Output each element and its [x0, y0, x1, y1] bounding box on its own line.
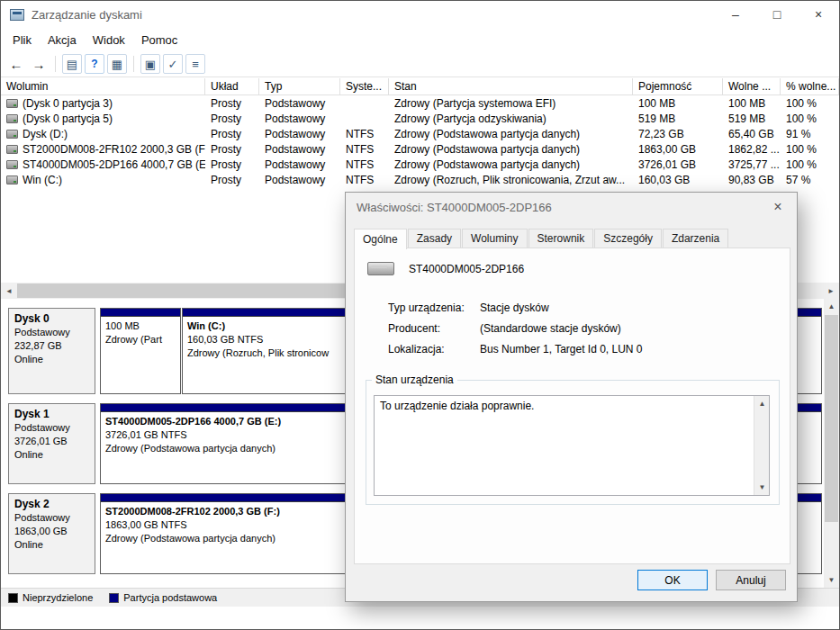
properties-list-icon[interactable]: ≡	[185, 54, 205, 74]
disk-info-dysk0[interactable]: Dysk 0 Podstawowy 232,87 GB Online	[8, 308, 95, 394]
forward-icon[interactable]: →	[29, 54, 49, 74]
disk-size: 1863,00 GB	[14, 525, 89, 538]
primary-partition-swatch	[109, 593, 119, 603]
scroll-down-icon[interactable]: ▼	[824, 572, 839, 588]
properties-dialog: Właściwości: ST4000DM005-2DP166 × Ogólne…	[345, 192, 798, 602]
menu-item-pomoc[interactable]: Pomoc	[133, 30, 185, 50]
row-fs: NTFS	[340, 158, 389, 171]
scroll-up-icon[interactable]: ▲	[824, 299, 839, 314]
device-status-text: To urządzenie działa poprawnie.	[380, 400, 747, 412]
col-header-pojemnosc[interactable]: Pojemność	[633, 78, 723, 94]
scroll-right-icon[interactable]: ►	[823, 283, 839, 299]
tab-woluminy[interactable]: Woluminy	[462, 229, 527, 248]
partition-block[interactable]: 100 MB Zdrowy (Part	[100, 308, 181, 394]
row-layout: Prosty	[205, 158, 259, 171]
table-row[interactable]: (Dysk 0 partycja 3) Prosty Podstawowy Zd…	[1, 95, 839, 111]
dialog-close-icon[interactable]: ×	[759, 193, 797, 221]
tab-sterownik[interactable]: Sterownik	[528, 229, 594, 248]
row-layout: Prosty	[205, 143, 259, 156]
row-type: Podstawowy	[259, 158, 340, 171]
row-fs: NTFS	[340, 143, 389, 156]
maximize-button[interactable]: □	[756, 1, 798, 28]
col-header-uklad[interactable]: Układ	[205, 78, 259, 94]
close-button[interactable]: ×	[798, 1, 839, 28]
help-icon[interactable]: ?	[85, 54, 104, 74]
row-capacity: 519 MB	[633, 112, 723, 125]
disk-name: Dysk 0	[14, 312, 89, 326]
dialog-titlebar: Właściwości: ST4000DM005-2DP166 ×	[346, 193, 797, 221]
col-header-pct-wolnego[interactable]: % wolne...	[781, 78, 839, 94]
cancel-button[interactable]: Anuluj	[716, 570, 786, 590]
minimize-button[interactable]: –	[715, 1, 756, 28]
window-controls: – □ ×	[715, 1, 839, 28]
volume-icon	[6, 114, 18, 123]
disk-status: Online	[14, 538, 89, 552]
table-row[interactable]: ST4000DM005-2DP166 4000,7 GB (E:) Prosty…	[1, 157, 839, 172]
row-free: 90,83 GB	[723, 174, 781, 186]
dialog-tab-page: ST4000DM005-2DP166 Typ urządzenia: Stacj…	[354, 248, 790, 564]
app-window: Zarządzanie dyskami – □ × Plik Akcja Wid…	[0, 0, 840, 630]
tab-ogolne[interactable]: Ogólne	[354, 229, 407, 249]
row-type: Podstawowy	[259, 174, 340, 186]
vertical-scrollbar[interactable]: ▲ ▼	[824, 299, 839, 588]
menu-item-plik[interactable]: Plik	[5, 30, 40, 50]
toolbar: ← → ▤ ? ▦ ▣ ✓ ≡	[1, 51, 839, 77]
field-manufacturer: Producent: (Standardowe stacje dysków)	[388, 322, 621, 335]
row-pct: 100 %	[781, 158, 839, 171]
table-view-icon[interactable]: ▦	[107, 54, 127, 74]
col-header-typ[interactable]: Typ	[259, 78, 340, 94]
device-row: ST4000DM005-2DP166	[367, 262, 524, 275]
volume-name: (Dysk 0 partycja 5)	[23, 112, 113, 125]
disk-info-dysk1[interactable]: Dysk 1 Podstawowy 3726,01 GB Online	[8, 403, 95, 484]
disk-status: Online	[14, 448, 89, 462]
menu-item-widok[interactable]: Widok	[85, 30, 133, 50]
volume-name: ST4000DM005-2DP166 4000,7 GB (E:)	[23, 158, 205, 171]
app-icon	[10, 9, 24, 21]
vertical-scroll-thumb[interactable]	[825, 315, 838, 522]
titlebar: Zarządzanie dyskami – □ ×	[1, 1, 839, 28]
disk-kind: Podstawowy	[14, 511, 89, 525]
tab-zdarzenia[interactable]: Zdarzenia	[663, 229, 728, 248]
table-row[interactable]: Win (C:) Prosty Podstawowy NTFS Zdrowy (…	[1, 172, 839, 187]
table-row[interactable]: ST2000DM008-2FR102 2000,3 GB (F:) Prosty…	[1, 141, 839, 157]
col-header-wolne[interactable]: Wolne ...	[723, 78, 781, 94]
console-tree-icon[interactable]: ▤	[62, 54, 82, 74]
scroll-down-icon[interactable]: ▼	[754, 480, 770, 495]
row-pct: 91 %	[781, 128, 839, 140]
volume-icon	[6, 130, 18, 139]
scroll-up-icon[interactable]: ▲	[754, 396, 770, 411]
dialog-tabs: Ogólne Zasady Woluminy Sterownik Szczegó…	[354, 229, 789, 248]
table-row[interactable]: Dysk (D:) Prosty Podstawowy NTFS Zdrowy …	[1, 126, 839, 141]
col-header-system[interactable]: Syste...	[340, 78, 389, 94]
check-icon[interactable]: ✓	[163, 54, 183, 74]
volume-icon	[6, 145, 18, 154]
tab-zasady[interactable]: Zasady	[408, 229, 461, 248]
row-type: Podstawowy	[259, 128, 340, 140]
status-scrollbar[interactable]: ▲ ▼	[754, 396, 769, 495]
partition-header-bar	[101, 309, 180, 317]
disk-info-dysk2[interactable]: Dysk 2 Podstawowy 1863,00 GB Online	[8, 493, 95, 574]
volume-icon	[6, 160, 18, 169]
tab-szczegoly[interactable]: Szczegóły	[594, 229, 662, 248]
scroll-left-icon[interactable]: ◄	[1, 283, 17, 299]
row-status: Zdrowy (Podstawowa partycja danych)	[389, 158, 633, 171]
disk-size: 3726,01 GB	[14, 435, 89, 448]
popup-icon[interactable]: ▣	[140, 54, 160, 74]
table-row[interactable]: (Dysk 0 partycja 5) Prosty Podstawowy Zd…	[1, 111, 839, 126]
ok-button[interactable]: OK	[637, 570, 708, 590]
row-layout: Prosty	[205, 97, 259, 110]
menu-item-akcja[interactable]: Akcja	[40, 30, 85, 50]
row-type: Podstawowy	[259, 143, 340, 156]
col-header-stan[interactable]: Stan	[389, 78, 633, 94]
back-icon[interactable]: ←	[6, 54, 26, 74]
row-status: Zdrowy (Podstawowa partycja danych)	[389, 143, 633, 156]
row-free: 1862,82 ...	[723, 143, 781, 156]
row-layout: Prosty	[205, 112, 259, 125]
device-status-group-label: Stan urządzenia	[372, 374, 457, 386]
partition-size: 100 MB	[105, 320, 176, 333]
row-status: Zdrowy (Rozruch, Plik stronicowania, Zrz…	[389, 174, 633, 186]
col-header-wolumin[interactable]: Wolumin	[1, 78, 205, 94]
row-pct: 100 %	[781, 112, 839, 125]
toolbar-separator	[133, 56, 134, 72]
row-free: 65,40 GB	[723, 128, 781, 140]
